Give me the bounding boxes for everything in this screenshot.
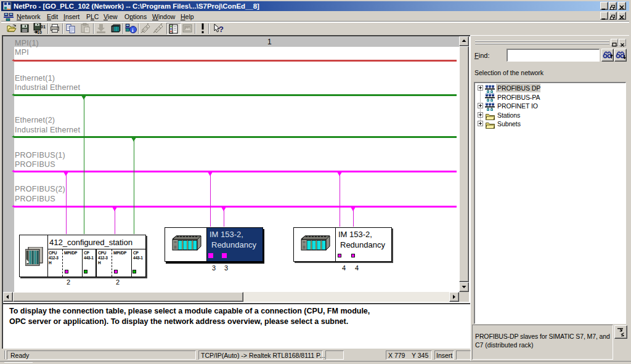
svg-text:?: ?	[219, 25, 224, 34]
svg-text:01: 01	[41, 25, 46, 29]
svg-text:10: 10	[37, 30, 42, 34]
